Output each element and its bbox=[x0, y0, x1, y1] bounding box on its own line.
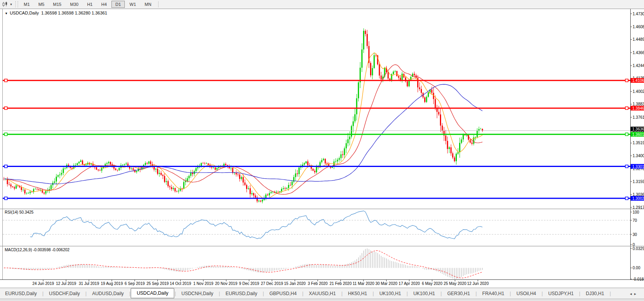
chart-tab-audusd-daily[interactable]: AUDUSD,Daily bbox=[87, 289, 129, 298]
tab-separator: | bbox=[609, 291, 611, 296]
svg-text:1.36361: 1.36361 bbox=[632, 127, 644, 131]
price-label-1.41060: 1.41060 bbox=[631, 78, 644, 83]
svg-text:1.29175: 1.29175 bbox=[633, 205, 644, 210]
svg-text:1.30020: 1.30020 bbox=[632, 196, 644, 201]
chart-tab-uk100-h1[interactable]: UK100,H1 bbox=[374, 289, 406, 298]
chart-tab-dj30-h1[interactable]: DJ30,H1 bbox=[581, 289, 609, 298]
chart-tab-uk100-h1[interactable]: UK100,H1 bbox=[408, 289, 440, 298]
hline-handle[interactable] bbox=[626, 133, 628, 136]
rsi-line[interactable] bbox=[30, 211, 483, 239]
price-label-1.38464: 1.38464 bbox=[631, 106, 644, 111]
hline-handle[interactable] bbox=[5, 133, 7, 136]
svg-text:1.46080: 1.46080 bbox=[633, 25, 644, 29]
chart-tab-usdjpy-h1[interactable]: USDJPY,H1 bbox=[543, 289, 578, 298]
hline-handle[interactable] bbox=[626, 197, 628, 200]
tab-scroll-left-icon[interactable]: ◂ bbox=[630, 292, 634, 296]
chart-tab-usdcad-daily[interactable]: USDCAD,Daily bbox=[131, 288, 174, 298]
rsi-axis[interactable]: 10070300 bbox=[630, 210, 639, 247]
chart-tab-usdcnh-daily[interactable]: USDCNH,Daily bbox=[176, 289, 218, 298]
candles-group bbox=[4, 28, 483, 203]
svg-text:1.40025: 1.40025 bbox=[633, 89, 644, 94]
chart-tab-hk50-h1[interactable]: HK50,H1 bbox=[343, 289, 372, 298]
chart-tab-xauusd-h1[interactable]: XAUUSD,H1 bbox=[304, 289, 341, 298]
macd-axis[interactable]: 0.0329720.00-0.018154 bbox=[630, 247, 644, 281]
date-label: 12 Jun 2020 bbox=[464, 281, 492, 286]
svg-text:0.00: 0.00 bbox=[633, 266, 640, 270]
chart-tab-fra40-h1[interactable]: FRA40,H1 bbox=[477, 289, 509, 298]
macd-signal-line[interactable] bbox=[4, 251, 482, 278]
hline-1.36015[interactable] bbox=[3, 133, 630, 136]
price-label-1.30020: 1.30020 bbox=[631, 196, 644, 201]
chart-tab-eurusd-daily[interactable]: EURUSD,Daily bbox=[221, 289, 263, 298]
window-bottom-strip bbox=[0, 299, 644, 301]
hline-handle[interactable] bbox=[5, 107, 7, 109]
date-axis[interactable]: 24 Jun 201912 Jul 201931 Jul 201919 Aug … bbox=[0, 280, 644, 287]
chart-tab-gbpusd-h4[interactable]: GBPUSD,H4 bbox=[265, 289, 302, 298]
svg-text:1.31590: 1.31590 bbox=[633, 180, 644, 184]
chart-tab-usoil-h4[interactable]: USOil,H4 bbox=[511, 289, 541, 298]
svg-text:1.37610: 1.37610 bbox=[633, 115, 644, 120]
rsi-label: RSI(14) 50.3425 bbox=[5, 210, 33, 214]
chart-tab-ger30-h1[interactable]: GER30,H1 bbox=[442, 289, 475, 298]
mt4-window: ▾ M1M5M15M30H1H4D1W1MN ▼USDCAD,Daily 1.3… bbox=[0, 0, 644, 301]
hline-handle[interactable] bbox=[5, 197, 7, 200]
svg-text:0.032972: 0.032972 bbox=[633, 247, 644, 251]
ohlc-values: 1.36598 1.36598 1.36280 1.36361 bbox=[41, 11, 107, 15]
svg-text:70: 70 bbox=[633, 218, 637, 223]
svg-text:1.47305: 1.47305 bbox=[633, 12, 644, 16]
hline-handle[interactable] bbox=[5, 165, 7, 168]
chart-title: ▼USDCAD,Daily 1.36598 1.36598 1.36280 1.… bbox=[5, 11, 107, 15]
price-label-1.33011: 1.33011 bbox=[631, 164, 644, 169]
svg-text:30: 30 bbox=[633, 232, 637, 237]
svg-text:100: 100 bbox=[633, 210, 639, 214]
symbol-timeframe-label: USDCAD,Daily bbox=[10, 11, 39, 15]
svg-text:1.36015: 1.36015 bbox=[632, 132, 644, 137]
hline-1.30020[interactable] bbox=[3, 197, 630, 200]
svg-text:1.33011: 1.33011 bbox=[632, 165, 644, 169]
price-label-1.36015: 1.36015 bbox=[631, 132, 644, 137]
hline-handle[interactable] bbox=[626, 165, 628, 168]
macd-histogram bbox=[4, 248, 482, 279]
macd-label: MACD(12,26,9) -0.003598 -0.006202 bbox=[5, 248, 69, 252]
chart-canvas[interactable]: 1.473051.460801.448901.436651.424401.412… bbox=[0, 0, 644, 288]
hline-1.38464[interactable] bbox=[3, 107, 630, 109]
hline-handle[interactable] bbox=[5, 79, 7, 82]
svg-text:1.35195: 1.35195 bbox=[633, 141, 644, 145]
current-price-label: 1.36361 bbox=[631, 127, 644, 131]
chart-tab-bar: EURUSD,Daily|USDCHF,Daily|AUDUSD,Daily|U… bbox=[0, 288, 644, 299]
collapse-arrow-icon[interactable]: ▼ bbox=[5, 12, 8, 15]
svg-text:1.34005: 1.34005 bbox=[633, 154, 644, 158]
svg-text:1.38835: 1.38835 bbox=[633, 102, 644, 106]
chart-tab-eurusd-daily[interactable]: EURUSD,Daily bbox=[0, 289, 42, 298]
svg-text:1.44890: 1.44890 bbox=[633, 37, 644, 42]
svg-text:1.43665: 1.43665 bbox=[633, 51, 644, 55]
price-axis[interactable]: 1.473051.460801.448901.436651.424401.412… bbox=[630, 12, 644, 210]
hline-1.41060[interactable] bbox=[3, 79, 630, 82]
tab-scroll-right-icon[interactable]: ▸ bbox=[634, 292, 639, 296]
hline-handle[interactable] bbox=[626, 79, 628, 82]
chart-tab-usdchf-daily[interactable]: USDCHF,Daily bbox=[44, 289, 85, 298]
svg-text:1.38464: 1.38464 bbox=[632, 106, 644, 111]
hline-handle[interactable] bbox=[626, 107, 628, 109]
svg-text:1.41060: 1.41060 bbox=[632, 78, 644, 83]
svg-text:1.42440: 1.42440 bbox=[633, 63, 644, 68]
